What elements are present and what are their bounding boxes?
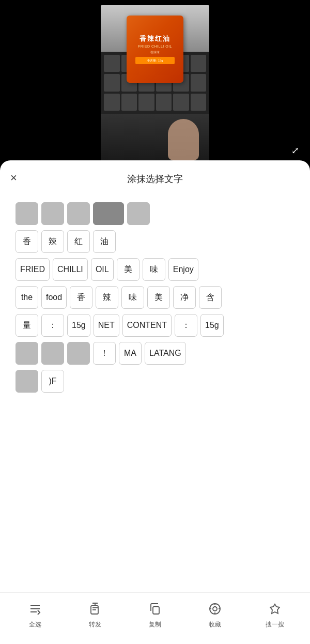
word-token[interactable]: ： [175,314,197,337]
translate-icon [89,603,101,618]
select-all-icon [29,603,41,618]
word-token-blurred[interactable] [67,342,90,365]
toolbar-select-all-label: 全选 [29,620,41,629]
word-row-5: ！ MA LATANG [16,340,295,366]
word-token-blurred[interactable] [16,342,38,365]
word-row-2: FRIED CHILLI OIL 美 味 Enjoy [16,257,295,282]
word-token-exclaim[interactable]: ！ [93,342,116,365]
toolbar-collect[interactable]: 收藏 [185,603,245,629]
word-token-blurred[interactable] [127,202,150,225]
packet-bar-text: 净含量: 15g [147,58,163,63]
word-token[interactable]: 味 [121,286,144,309]
packet-title-chinese: 香辣红油 [140,34,171,43]
word-token[interactable]: 红 [67,230,90,253]
svg-rect-7 [153,607,159,614]
word-row-6: )F [16,368,295,394]
word-token-15g-1[interactable]: 15g [67,314,90,337]
image-area: 香辣红油 FRIED CHILLI OIL 香辣味 净含量: 15g ⤢ [0,0,310,166]
word-token-blurred[interactable] [93,202,124,225]
word-token[interactable]: 味 [143,258,165,281]
word-token-food[interactable]: food [41,286,67,309]
word-token-the[interactable]: the [16,286,38,309]
sheet-header: × 涂抹选择文字 [0,160,310,190]
word-row-1: 香 辣 红 油 [16,229,295,254]
sheet-title: 涂抹选择文字 [127,173,183,185]
word-row-4: 量 ： 15g NET CONTENT ： 15g [16,312,295,338]
word-token-blurred[interactable] [67,202,90,225]
collect-icon [209,603,221,618]
word-token[interactable]: 美 [147,286,170,309]
word-token-ma[interactable]: MA [119,342,142,365]
svg-point-9 [213,607,217,611]
toolbar-collect-label: 收藏 [209,620,221,629]
word-token-15g-2[interactable]: 15g [200,314,224,337]
word-token-net[interactable]: NET [94,314,119,337]
word-token-chilli[interactable]: CHILLI [53,258,88,281]
word-token[interactable]: 量 [16,314,38,337]
word-token[interactable]: 美 [117,258,140,281]
word-token-oil[interactable]: OIL [91,258,114,281]
search-icon [269,603,281,618]
copy-icon [149,603,161,618]
expand-icon[interactable]: ⤢ [287,143,303,158]
hand-simulation [168,119,199,160]
photo-container: 香辣红油 FRIED CHILLI OIL 香辣味 净含量: 15g [101,5,209,160]
word-token[interactable]: 含 [199,286,222,309]
word-token[interactable]: 油 [93,230,116,253]
toolbar-copy[interactable]: 复制 [125,603,185,629]
toolbar-select-all[interactable]: 全选 [5,603,65,629]
bottom-sheet: × 涂抹选择文字 香 辣 红 油 FRIED CHILLI OIL 美 味 En… [0,160,310,644]
word-token-blurred[interactable] [16,202,38,225]
product-packet: 香辣红油 FRIED CHILLI OIL 香辣味 净含量: 15g [127,16,183,83]
photo-background: 香辣红油 FRIED CHILLI OIL 香辣味 净含量: 15g [101,5,209,160]
word-token-blurred[interactable] [16,370,38,393]
word-row-0 [16,201,295,227]
word-token-content[interactable]: CONTENT [122,314,172,337]
word-token-latang[interactable]: LATANG [145,342,186,365]
close-button[interactable]: × [10,167,17,184]
toolbar-translate[interactable]: 转发 [65,603,125,629]
packet-bar: 净含量: 15g [135,57,174,64]
bottom-toolbar: 全选 转发 复制 [0,592,310,644]
packet-desc: 香辣味 [150,50,160,55]
word-token-blurred[interactable] [41,342,64,365]
word-token[interactable]: 香 [16,230,38,253]
word-token-blurred[interactable] [41,202,64,225]
word-token-enjoy[interactable]: Enjoy [168,258,198,281]
word-token[interactable]: 香 [70,286,92,309]
toolbar-search-label: 搜一搜 [266,620,284,629]
word-token-of[interactable]: )F [41,370,64,393]
word-grid: 香 辣 红 油 FRIED CHILLI OIL 美 味 Enjoy the f… [0,190,310,405]
toolbar-translate-label: 转发 [89,620,101,629]
word-token[interactable]: 辣 [41,230,64,253]
toolbar-search[interactable]: 搜一搜 [245,603,305,629]
word-token[interactable]: 辣 [96,286,118,309]
word-token[interactable]: ： [41,314,64,337]
word-row-3: the food 香 辣 味 美 净 含 [16,284,295,310]
word-token[interactable]: 净 [173,286,196,309]
word-token-fried[interactable]: FRIED [16,258,50,281]
packet-title-english: FRIED CHILLI OIL [138,44,172,48]
toolbar-copy-label: 复制 [149,620,161,629]
